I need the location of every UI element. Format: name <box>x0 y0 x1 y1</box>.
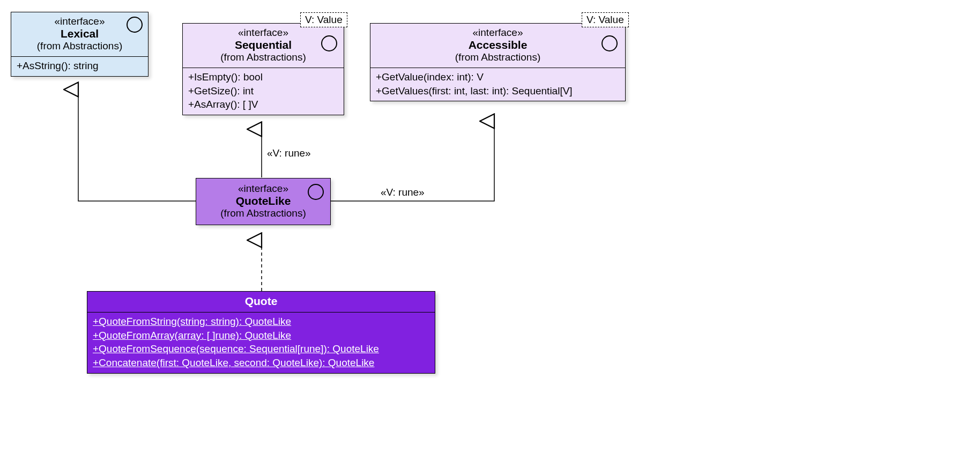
quote-class: Quote +QuoteFromString(string: string): … <box>87 291 435 374</box>
method: +AsArray(): [ ]V <box>188 98 338 111</box>
package-label: (from Abstractions) <box>202 207 325 219</box>
quotelike-interface: interface QuoteLike (from Abstractions) <box>196 178 331 225</box>
stereotype: interface <box>188 27 338 39</box>
static-method: +Concatenate(first: QuoteLike, second: Q… <box>93 356 429 370</box>
methods-compartment: +QuoteFromString(string: string): QuoteL… <box>87 313 435 373</box>
class-name: Lexical <box>17 27 143 40</box>
sequential-head: interface Sequential (from Abstractions) <box>183 24 344 68</box>
sequential-template: V: Value <box>300 12 347 27</box>
accessible-interface: interface Accessible (from Abstractions)… <box>370 23 626 101</box>
package-label: (from Abstractions) <box>376 51 620 63</box>
methods-compartment: +AsString(): string <box>11 57 148 76</box>
static-method: +QuoteFromString(string: string): QuoteL… <box>93 315 429 329</box>
class-name: Accessible <box>376 39 620 51</box>
class-name: QuoteLike <box>202 195 325 207</box>
sequential-interface: interface Sequential (from Abstractions)… <box>182 23 344 115</box>
method: +GetSize(): int <box>188 84 338 98</box>
package-label: (from Abstractions) <box>17 40 143 52</box>
lexical-head: interface Lexical (from Abstractions) <box>11 12 148 57</box>
stereotype: interface <box>376 27 620 39</box>
methods-compartment: +GetValue(index: int): V +GetValues(firs… <box>370 68 625 101</box>
stereotype: interface <box>17 16 143 27</box>
quote-head: Quote <box>87 292 435 313</box>
lexical-interface: interface Lexical (from Abstractions) +A… <box>11 12 149 77</box>
method: +AsString(): string <box>17 59 143 73</box>
methods-compartment: +IsEmpty(): bool +GetSize(): int +AsArra… <box>183 68 344 115</box>
method: +GetValues(first: int, last: int): Seque… <box>376 84 620 98</box>
method: +GetValue(index: int): V <box>376 70 620 84</box>
accessible-head: interface Accessible (from Abstractions) <box>370 24 625 68</box>
interface-icon <box>127 17 143 33</box>
stereotype: interface <box>202 183 325 195</box>
interface-icon <box>602 35 618 51</box>
static-method: +QuoteFromSequence(sequence: Sequential[… <box>93 342 429 356</box>
interface-icon <box>308 184 324 200</box>
quotelike-head: interface QuoteLike (from Abstractions) <box>196 179 330 225</box>
binding-label-sequential: «V: rune» <box>267 147 311 159</box>
binding-label-accessible: «V: rune» <box>381 187 425 198</box>
method: +IsEmpty(): bool <box>188 70 338 84</box>
class-name: Quote <box>93 295 429 308</box>
package-label: (from Abstractions) <box>188 51 338 63</box>
interface-icon <box>321 35 337 51</box>
accessible-template: V: Value <box>582 12 629 27</box>
class-name: Sequential <box>188 39 338 51</box>
static-method: +QuoteFromArray(array: [ ]rune): QuoteLi… <box>93 329 429 343</box>
